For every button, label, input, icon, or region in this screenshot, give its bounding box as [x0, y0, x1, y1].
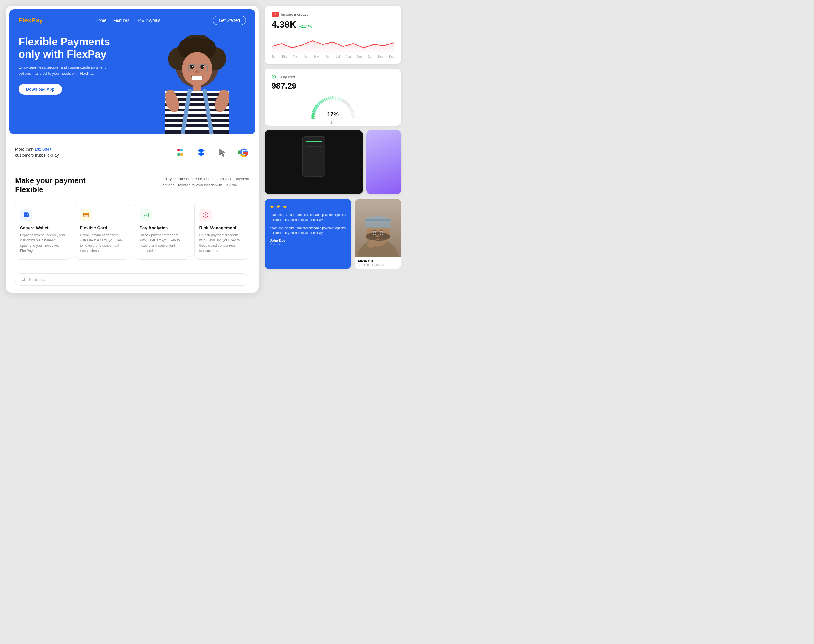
purple-card [366, 130, 401, 194]
income-change: +22.47% [299, 25, 312, 28]
testimonial-text-1: seamless, secure, and customizable payme… [270, 212, 346, 222]
testimonial-text-2: seamless, secure, and customizable payme… [270, 225, 346, 235]
svg-text:17%: 17% [327, 111, 339, 117]
wallet-name: Secure Wallet [20, 225, 65, 230]
trust-text: More than 192,894+customers trust FlexPa… [15, 146, 59, 158]
trust-prefix: More than [15, 147, 34, 152]
svg-point-66 [366, 232, 390, 241]
svg-point-33 [181, 149, 183, 151]
features-desc: Enjoy seamless, secure, and customizable… [162, 176, 249, 188]
svg-rect-46 [83, 215, 89, 215]
person-name: Alicia Ola [358, 259, 398, 263]
risk-icon [200, 209, 212, 221]
outer-container: FlexPay Home Features How it Works Get S… [6, 6, 401, 293]
wallet-icon [20, 209, 32, 221]
svg-point-63 [365, 216, 391, 228]
cursor-logo [216, 146, 229, 159]
svg-point-34 [178, 153, 180, 156]
income-card-header: ✉ Income increase [272, 12, 394, 17]
testimonial-role: Co-designer [270, 243, 346, 246]
svg-point-62 [366, 221, 390, 247]
trust-number: 192,894+ [35, 147, 52, 152]
svg-point-70 [380, 232, 382, 235]
income-label: Income increase [281, 12, 309, 17]
nav-features[interactable]: Features [114, 18, 129, 23]
person-photo-bg [355, 199, 401, 257]
svg-marker-43 [219, 149, 226, 157]
svg-rect-64 [365, 219, 391, 228]
right-panel: ✉ Income increase 4.38K +22.47% [264, 6, 401, 293]
slack-logo [174, 146, 187, 159]
svg-point-32 [178, 149, 180, 151]
svg-rect-26 [165, 124, 229, 127]
svg-point-67 [373, 231, 376, 235]
svg-marker-42 [198, 152, 204, 156]
daily-user-icon [272, 74, 276, 79]
svg-point-74 [366, 239, 378, 249]
card-icon [80, 209, 92, 221]
features-section: Make your payment Flexible Enjoy seamles… [6, 167, 259, 269]
analytics-name: Pay Analytics [140, 225, 185, 230]
hero-title: Flexible Payments only with FlexPay [18, 35, 123, 60]
feature-card-card: Flexible Card Unlock payment freedom wit… [75, 203, 130, 259]
risk-desc: Unlock payment freedom with FlexiCard-yo… [200, 233, 245, 253]
person-title: Co-Founder Geepay [358, 263, 398, 267]
hero-content: Flexible Payments only with FlexPay Enjo… [9, 30, 255, 103]
svg-point-58 [273, 76, 275, 77]
get-started-button[interactable]: Get Started [213, 16, 246, 25]
hero-subtitle: Enjoy seamless, secure, and customizable… [18, 64, 109, 77]
svg-rect-24 [165, 114, 229, 117]
main-panel: FlexPay Home Features How it Works Get S… [6, 6, 259, 293]
income-value-row: 4.38K +22.47% [272, 19, 394, 30]
svg-point-55 [22, 278, 25, 281]
person-photo-card: Alicia Ola Co-Founder Geepay [355, 199, 401, 269]
analytics-desc: Unlock payment freedom with FlexiCard-yo… [140, 233, 185, 253]
svg-rect-27 [165, 130, 229, 134]
svg-point-71 [375, 233, 376, 233]
phone-screen-line3 [306, 146, 322, 147]
card-desc: Unlock payment freedom with Flexible car… [80, 233, 125, 253]
daily-value: 987.29 [272, 81, 394, 90]
gauge-container: 17% Jan [272, 94, 394, 120]
testimonial-author-info: John Doe Co-designer [270, 239, 346, 246]
svg-point-61 [358, 239, 398, 257]
svg-point-50 [205, 215, 206, 215]
gauge-svg: 17% [310, 94, 356, 120]
nav-how-it-works[interactable]: How it Works [136, 18, 160, 23]
logo: FlexPay [18, 17, 43, 24]
nav-home[interactable]: Home [95, 18, 106, 23]
search-bar-section: Search... [6, 269, 259, 293]
phone-purple-row [264, 130, 401, 194]
testimonial-card: ★ ★ ★ seamless, secure, and customizable… [264, 199, 351, 269]
svg-point-68 [380, 231, 383, 235]
features-header: Make your payment Flexible Enjoy seamles… [15, 176, 249, 194]
dropbox-logo [195, 146, 207, 159]
wallet-desc: Enjoy seamless, secure, and customizable… [20, 233, 65, 253]
gauge-label: Jan [330, 121, 335, 124]
stars: ★ ★ ★ [270, 204, 346, 210]
trust-suffix: customers trust FlexPay [15, 153, 59, 158]
search-bar[interactable]: Search... [15, 273, 249, 286]
person-photo-info: Alicia Ola Co-Founder Geepay [355, 257, 401, 269]
nav-links: Home Features How it Works [95, 18, 160, 23]
daily-card-header: Daily user [272, 74, 394, 79]
daily-label: Daily user [278, 75, 295, 79]
testimonial-author: John Doe [270, 239, 346, 243]
search-icon [21, 277, 26, 282]
income-chart [272, 34, 394, 54]
svg-rect-65 [365, 219, 391, 221]
gauge-wrap: 17% Jan [310, 94, 356, 120]
svg-line-56 [25, 281, 25, 281]
feature-card-risk: Risk Management Unlock payment freedom w… [195, 203, 250, 259]
svg-point-72 [382, 233, 382, 233]
download-app-button[interactable]: Download App [18, 84, 62, 95]
card-name: Flexible Card [80, 225, 125, 230]
features-grid: Secure Wallet Enjoy seamless, secure, an… [15, 203, 249, 259]
feature-card-analytics: Pay Analytics Unlock payment freedom wit… [135, 203, 190, 259]
analytics-icon [140, 209, 152, 221]
feature-card-wallet: Secure Wallet Enjoy seamless, secure, an… [15, 203, 71, 259]
trust-section: More than 192,894+customers trust FlexPa… [6, 138, 259, 167]
svg-point-69 [373, 232, 376, 235]
daily-user-card: Daily user 987.29 [264, 69, 401, 126]
hero-nav: FlexPay Home Features How it Works Get S… [9, 9, 255, 30]
